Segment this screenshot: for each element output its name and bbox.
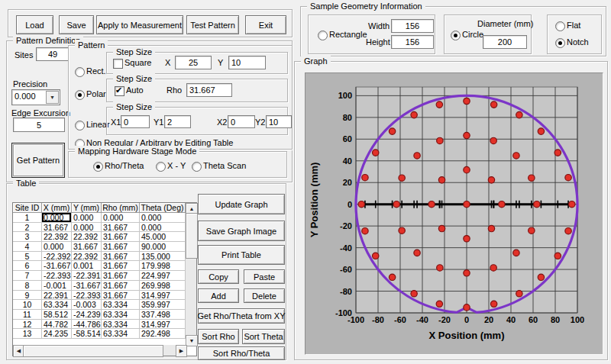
table-value-cell[interactable]: 0.000 [72,223,102,233]
test-pattern-button[interactable]: Test Pattern [186,15,239,34]
table-value-cell[interactable]: 31.667 [102,271,140,281]
get-pattern-button[interactable]: Get Pattern [11,143,65,178]
rectangle-radio-label[interactable]: Rectangle [329,30,367,40]
table-value-cell[interactable]: 0.000 [42,213,72,223]
flat-radio-label[interactable]: Flat [567,21,580,31]
table-site-id-cell[interactable]: 3 [13,232,42,242]
table-value-cell[interactable]: 31.667 [72,242,102,252]
rectangle-radio[interactable] [318,31,328,40]
table-hscroll-thumb[interactable] [23,345,163,357]
x1-field[interactable]: 0 [121,115,150,128]
sort-rho-button[interactable]: Sort Rho [198,329,239,344]
table-value-cell[interactable]: 63.334 [102,329,140,339]
table-value-cell[interactable]: 58.512 [42,310,72,320]
table-value-cell[interactable]: 63.334 [102,300,140,310]
rho-theta-radio-label[interactable]: Rho/Theta [105,161,144,171]
table-value-cell[interactable]: 22.392 [72,232,102,242]
step-x-field[interactable]: 25 [175,56,212,69]
update-graph-button[interactable]: Update Graph [198,194,285,214]
table-value-cell[interactable]: 22.391 [42,291,72,301]
save-button[interactable]: Save [59,15,94,34]
table-value-cell[interactable]: 337.498 [140,310,186,320]
diameter-field[interactable]: 200 [483,35,527,49]
get-rho-theta-button[interactable]: Get Rho/Theta from XY [198,308,285,324]
auto-checkbox[interactable] [115,86,124,96]
table-site-id-cell[interactable]: 1 [13,213,42,223]
table-site-id-cell[interactable]: 5 [13,252,42,262]
table-value-cell[interactable]: 31.667 [102,291,140,301]
table-value-cell[interactable]: 0.000 [140,213,186,223]
x2-field[interactable]: 0 [228,115,255,128]
y1-field[interactable]: 2 [164,115,191,128]
xy-radio-label[interactable]: X - Y [167,161,186,171]
y2-field[interactable]: 10 [266,115,292,128]
table-value-cell[interactable]: 0.001 [72,261,102,271]
table-value-cell[interactable]: 31.667 [102,261,140,271]
table-value-cell[interactable]: 44.782 [42,320,72,330]
table-value-cell[interactable]: 179.998 [140,261,186,271]
theta-scan-radio[interactable] [192,162,202,172]
table-site-id-cell[interactable]: 8 [13,281,42,291]
table-value-cell[interactable]: -0.001 [42,281,72,291]
rect-radio-label[interactable]: Rect. [86,66,106,76]
table-value-cell[interactable]: -58.514 [72,329,102,339]
rho-field[interactable]: 31.667 [186,83,232,97]
circle-radio[interactable] [451,31,461,40]
precision-dropdown-arrow-icon[interactable]: ▼ [46,91,59,104]
polar-radio-label[interactable]: Polar [86,89,106,99]
auto-checkbox-label[interactable]: Auto [126,85,144,95]
table-value-cell[interactable]: 224.997 [140,271,186,281]
table-hscroll-right-icon[interactable]: ▶ [176,345,187,357]
table-value-cell[interactable]: -24.239 [72,310,102,320]
load-button[interactable]: Load [16,15,53,34]
notch-radio-label[interactable]: Notch [567,37,589,47]
table-value-cell[interactable]: 22.392 [42,232,72,242]
sites-field[interactable]: 49 [36,47,70,61]
table-vscroll-thumb[interactable] [186,213,198,259]
table-site-id-cell[interactable]: 12 [13,320,42,330]
copy-button[interactable]: Copy [198,269,239,284]
xy-radio[interactable] [156,162,166,172]
table-value-cell[interactable]: -31.667 [72,281,102,291]
delete-button[interactable]: Delete [244,288,285,303]
table-value-cell[interactable]: -22.391 [72,271,102,281]
table-value-cell[interactable]: 314.997 [140,320,186,330]
width-field[interactable]: 156 [391,19,434,33]
table-value-cell[interactable]: 63.334 [42,300,72,310]
circle-radio-label[interactable]: Circle [462,30,483,40]
apply-to-measurement-button[interactable]: Apply to Measurement [96,15,183,34]
notch-radio[interactable] [555,38,565,48]
print-table-button[interactable]: Print Table [198,245,285,265]
table-value-cell[interactable]: 31.667 [42,223,72,233]
rho-theta-radio[interactable] [93,162,103,172]
table-value-cell[interactable]: 31.667 [102,252,140,262]
table-site-id-cell[interactable]: 13 [13,329,42,339]
table-value-cell[interactable]: 0.000 [140,223,186,233]
linear-radio[interactable] [75,121,85,130]
table-value-cell[interactable]: 63.334 [102,310,140,320]
table-value-cell[interactable]: 314.997 [140,291,186,301]
table-value-cell[interactable]: -22.393 [72,291,102,301]
table-value-cell[interactable]: 24.235 [42,329,72,339]
table-value-cell[interactable]: -22.392 [42,252,72,262]
table-site-id-cell[interactable]: 11 [13,310,42,320]
paste-button[interactable]: Paste [244,269,285,284]
table-value-cell[interactable]: 31.667 [102,242,140,252]
table-value-cell[interactable]: 31.667 [102,232,140,242]
rect-radio[interactable] [75,67,85,77]
table-value-cell[interactable]: -31.667 [42,261,72,271]
polar-radio[interactable] [75,90,85,100]
table-value-cell[interactable]: 269.998 [140,281,186,291]
flat-radio[interactable] [555,21,565,31]
precision-dropdown[interactable]: 0.000 ▼ [11,89,60,105]
table-site-id-cell[interactable]: 4 [13,242,42,252]
table-site-id-cell[interactable]: 7 [13,271,42,281]
exit-button[interactable]: Exit [245,15,286,34]
table-value-cell[interactable]: 45.000 [140,232,186,242]
square-checkbox-label[interactable]: Square [124,58,151,68]
table-site-id-cell[interactable]: 6 [13,261,42,271]
table-value-cell[interactable]: 0.000 [102,213,140,223]
table-site-id-cell[interactable]: 10 [13,300,42,310]
table-value-cell[interactable]: 292.498 [140,329,186,339]
table-site-id-cell[interactable]: 9 [13,291,42,301]
